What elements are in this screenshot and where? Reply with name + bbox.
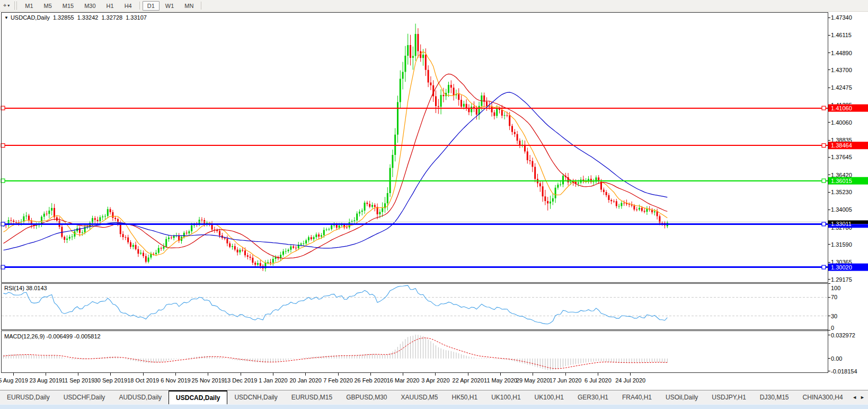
y-axis-label: 1.29175	[831, 276, 852, 283]
x-axis-label: 6 Nov 2019	[161, 377, 190, 384]
mt4-window: ⌖ ▾ M1M5M15M30H1H4D1W1MN 1.473401.461151…	[0, 0, 868, 409]
rsi-pane-border	[2, 284, 828, 330]
y-axis-label: 1.46115	[831, 32, 852, 38]
macd-axis-label: -0.018154	[831, 368, 857, 375]
hline-right-handle[interactable]	[822, 106, 826, 110]
hline-price-label: 1.36015	[831, 178, 852, 184]
hline-right-handle[interactable]	[822, 265, 826, 269]
timeframe-button-w1[interactable]: W1	[161, 1, 179, 11]
main-pane-border	[2, 13, 828, 283]
y-axis-label: 1.44890	[831, 50, 852, 56]
x-axis-label: 23 Aug 2019	[29, 377, 62, 384]
x-axis-label: 1 Jan 2020	[259, 377, 287, 384]
timeframe-button-m5[interactable]: M5	[39, 1, 57, 11]
moving-average-20	[4, 74, 668, 258]
tab-xauusd-m5[interactable]: XAUUSD,M5	[394, 390, 445, 404]
bottom-strip	[0, 404, 868, 409]
x-axis-label: 6 Jul 2020	[584, 377, 612, 384]
hline-left-handle[interactable]	[1, 222, 5, 226]
tab-audusd-daily[interactable]: AUDUSD,Daily	[112, 390, 169, 404]
tab-usdchf-daily[interactable]: USDCHF,Daily	[57, 390, 112, 404]
x-axis-label: 22 Apr 2020	[453, 377, 484, 384]
tab-fra40-h1[interactable]: FRA40,H1	[615, 390, 659, 404]
x-axis-label: 5 Aug 2019	[0, 377, 28, 384]
chevron-down-icon: ▾	[7, 3, 10, 8]
tab-eurusd-m15[interactable]: EURUSD,M15	[285, 390, 339, 404]
x-axis-label: 30 Sep 2019	[94, 377, 127, 384]
timeframe-button-h1[interactable]: H1	[102, 1, 119, 11]
y-axis-label: 1.31590	[831, 241, 852, 248]
rsi-axis-label: 0	[831, 325, 834, 331]
timeframe-toolbar: ⌖ ▾ M1M5M15M30H1H4D1W1MN	[0, 0, 868, 12]
candle-wicks-up	[4, 24, 668, 272]
cursor-tool-button[interactable]: ⌖ ▾	[1, 2, 12, 10]
rsi-line	[4, 285, 668, 324]
y-axis-label: 1.40060	[831, 119, 852, 126]
y-axis-label: 1.43700	[831, 67, 852, 73]
rsi-axis-label: 70	[831, 294, 837, 300]
tab-usdjpy-h1[interactable]: USDJPY,H1	[705, 390, 752, 404]
x-axis-label: 11 May 2020	[484, 377, 517, 384]
moving-average-45	[4, 92, 668, 250]
y-axis-label: 1.37645	[831, 154, 852, 160]
tab-dj30-m15[interactable]: DJ30,M15	[753, 390, 796, 404]
timeframe-button-h4[interactable]: H4	[120, 1, 137, 11]
candle-bodies-down	[5, 34, 666, 268]
macd-histogram	[4, 335, 668, 370]
y-axis-label: 1.47340	[831, 14, 852, 21]
tab-scroll-left-icon[interactable]: ◄	[852, 395, 857, 400]
candle-bodies-up	[3, 34, 668, 268]
tab-uk100-h1[interactable]: UK100,H1	[484, 390, 527, 404]
hline-price-label: 1.30020	[831, 264, 852, 271]
macd-axis-label: 0.032972	[831, 332, 855, 338]
x-axis-label: 26 Feb 2020	[354, 377, 387, 384]
tab-china300-h4[interactable]: CHINA300,H4	[796, 390, 849, 404]
tab-usdcnh-daily[interactable]: USDCNH,Daily	[227, 390, 284, 404]
toolbar-grip	[14, 2, 17, 10]
moving-average-8	[4, 51, 668, 264]
timeframe-button-d1[interactable]: D1	[143, 1, 160, 11]
tab-usdcad-daily[interactable]: USDCAD,Daily	[169, 390, 227, 404]
y-axis-label: 1.35230	[831, 189, 852, 195]
timeframe-button-m1[interactable]: M1	[20, 1, 38, 11]
tab-gbpusd-m30[interactable]: GBPUSD,M30	[339, 390, 394, 404]
chart-tab-bar: EURUSD,DailyUSDCHF,DailyAUDUSD,DailyUSDC…	[0, 390, 868, 404]
candle-wicks-down	[6, 28, 665, 271]
hline-left-handle[interactable]	[1, 144, 5, 147]
x-axis-label: 7 Feb 2020	[323, 377, 353, 384]
tab-usoil-daily[interactable]: USOil,Daily	[659, 390, 705, 404]
timeframe-button-mn[interactable]: MN	[180, 1, 198, 11]
tab-uk100-h1[interactable]: UK100,H1	[528, 390, 571, 404]
x-axis-label: 13 Dec 2019	[224, 377, 257, 384]
hline-price-label: 1.33011	[831, 221, 852, 227]
tab-scroll-right-icon[interactable]: ►	[860, 395, 865, 400]
timeframe-button-m15[interactable]: M15	[58, 1, 78, 11]
x-axis-label: 29 May 2020	[516, 377, 550, 384]
y-axis-label: 1.34005	[831, 206, 852, 213]
x-axis-label: 20 Jan 2020	[289, 377, 322, 384]
hline-right-handle[interactable]	[822, 222, 826, 226]
x-axis-label: 18 Oct 2019	[127, 377, 159, 384]
timeframe-button-m30[interactable]: M30	[79, 1, 100, 11]
macd-axis-label: 0.00	[831, 355, 842, 362]
hline-right-handle[interactable]	[822, 179, 826, 182]
chart-canvas[interactable]: 1.473401.461151.448901.437001.424751.412…	[0, 12, 868, 389]
hline-price-label: 1.38464	[831, 142, 852, 149]
x-axis-label: 11 Sep 2019	[62, 377, 95, 384]
y-axis-label: 1.42475	[831, 84, 852, 91]
cursor-tool-icon: ⌖	[3, 2, 6, 9]
hline-left-handle[interactable]	[1, 179, 5, 182]
x-axis-label: 16 Mar 2020	[387, 377, 420, 384]
tab-ger30-h1[interactable]: GER30,H1	[571, 390, 615, 404]
hline-left-handle[interactable]	[1, 265, 5, 269]
x-axis-label: 25 Nov 2019	[192, 377, 225, 384]
tab-eurusd-daily[interactable]: EURUSD,Daily	[0, 390, 57, 404]
tab-hk50-h1[interactable]: HK50,H1	[445, 390, 485, 404]
x-axis-label: 24 Jul 2020	[615, 377, 645, 384]
x-axis-label: 17 Jun 2020	[550, 377, 582, 384]
hline-left-handle[interactable]	[1, 106, 5, 110]
hline-right-handle[interactable]	[822, 144, 826, 147]
x-axis-label: 3 Apr 2020	[421, 377, 449, 384]
rsi-axis-label: 100	[831, 285, 840, 291]
hline-price-label: 1.41060	[831, 105, 852, 111]
